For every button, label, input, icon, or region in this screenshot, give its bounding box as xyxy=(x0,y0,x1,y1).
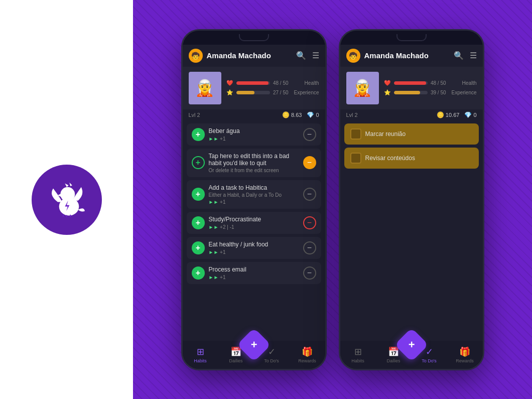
rewards-nav-label-1: Rewards xyxy=(298,358,316,363)
habit-item-4: + Study/Procrastinate ►► +2 | -1 − xyxy=(187,212,321,234)
habit-minus-btn-5[interactable]: − xyxy=(303,241,316,254)
habit-item-6: + Process email ►► +1 − xyxy=(187,262,321,284)
health-value-2: 48 / 50 xyxy=(431,80,446,86)
habit-title-6: Process email xyxy=(209,266,299,273)
habit-content-6: Process email ►► +1 xyxy=(209,266,299,280)
habits-nav-label-1: Habits xyxy=(194,358,207,363)
habit-plus-btn-1[interactable]: + xyxy=(192,128,205,141)
avatar-1: 🧒 xyxy=(189,49,203,63)
exp-label-2: Experience xyxy=(449,90,477,95)
habit-minus-btn-3[interactable]: − xyxy=(303,188,316,201)
habit-subtitle-2: Or delete it from the edit screen xyxy=(209,168,299,173)
nav-rewards-2[interactable]: 🎁 Rewards xyxy=(447,346,483,363)
health-bar-1 xyxy=(236,81,270,85)
habit-title-2: Tap here to edit this into a bad habit y… xyxy=(209,153,299,167)
health-icon-2: ❤️ xyxy=(384,80,391,86)
app-header-2: 🧒 Amanda Machado 🔍 ☰ xyxy=(340,45,483,67)
header-icons-2: 🔍 ☰ xyxy=(454,51,477,60)
habit-streaks-5: ►► +1 xyxy=(209,249,299,255)
todos-nav-icon-1: ✓ xyxy=(268,346,276,357)
health-label-2: Health xyxy=(449,80,477,86)
app-header-1: 🧒 Amanda Machado 🔍 ☰ xyxy=(183,45,325,67)
gold-display-1: 🪙 8.63 xyxy=(282,111,302,118)
character-sprite-2: 🧝 xyxy=(346,72,379,104)
habit-content-4: Study/Procrastinate ►► +2 | -1 xyxy=(209,216,299,230)
habit-title-3: Add a task to Habitica xyxy=(209,184,299,191)
habit-plus-btn-3[interactable]: + xyxy=(192,188,205,201)
filter-icon-1[interactable]: ☰ xyxy=(312,51,319,60)
avatar-2: 🧒 xyxy=(346,49,360,63)
todo-checkbox-1[interactable] xyxy=(350,128,361,140)
phone-todos: 🧒 Amanda Machado 🔍 ☰ 🧝 ❤️ 48 / 50 xyxy=(339,29,484,370)
griffin-icon xyxy=(44,177,89,222)
todo-title-2: Revisar conteúdos xyxy=(365,155,415,162)
todo-title-1: Marcar reunião xyxy=(365,130,406,138)
habit-title-1: Beber água xyxy=(209,127,299,135)
habit-item-2: + Tap here to edit this into a bad habit… xyxy=(187,149,321,177)
health-row-1: ❤️ 48 / 50 Health xyxy=(226,80,319,86)
habit-content-5: Eat healthy / junk food ►► +1 xyxy=(209,241,299,255)
gem-display-1: 💎 0 xyxy=(307,111,319,118)
habit-content-2: Tap here to edit this into a bad habit y… xyxy=(209,153,299,173)
habit-plus-btn-6[interactable]: + xyxy=(192,267,205,280)
gold-display-2: 🪙 10.67 xyxy=(437,111,460,118)
stats-area-2: ❤️ 48 / 50 Health ⭐ 39 / 50 Experien xyxy=(384,80,477,96)
exp-icon-1: ⭐ xyxy=(226,89,233,96)
habit-minus-btn-4[interactable]: − xyxy=(303,216,316,229)
todos-nav-icon-2: ✓ xyxy=(426,346,433,357)
exp-value-2: 39 / 50 xyxy=(431,90,446,95)
phone-notch-2 xyxy=(396,34,427,41)
svg-marker-3 xyxy=(65,183,68,187)
stats-area-1: ❤️ 48 / 50 Health ⭐ 27 / 50 Experien xyxy=(226,80,319,96)
exp-row-2: ⭐ 39 / 50 Experience xyxy=(384,89,477,96)
fab-plus-icon-1: + xyxy=(250,339,257,350)
nav-rewards-1[interactable]: 🎁 Rewards xyxy=(290,346,325,363)
habit-plus-btn-4[interactable]: + xyxy=(192,216,205,229)
gem-icon-2: 💎 xyxy=(464,111,472,118)
svg-marker-4 xyxy=(69,182,72,186)
todos-nav-label-1: To Do's xyxy=(264,358,279,363)
habit-plus-btn-2[interactable]: + xyxy=(192,156,205,169)
habit-minus-btn-2[interactable]: − xyxy=(303,156,316,169)
exp-icon-2: ⭐ xyxy=(384,89,391,96)
exp-bar-1 xyxy=(236,91,270,94)
habits-content-1: + Beber água ►► +1 − + Tap here to edit … xyxy=(183,120,325,341)
right-panel: 🧒 Amanda Machado 🔍 ☰ 🧝 ❤️ 48 / 50 xyxy=(133,0,532,399)
habits-nav-icon-2: ⊞ xyxy=(354,346,362,357)
rewards-nav-label-2: Rewards xyxy=(456,358,474,363)
habit-plus-btn-5[interactable]: + xyxy=(192,241,205,254)
habits-nav-label-2: Habits xyxy=(351,358,364,363)
habit-item-5: + Eat healthy / junk food ►► +1 − xyxy=(187,237,321,259)
gem-display-2: 💎 0 xyxy=(464,111,476,118)
currency-area-1: 🪙 8.63 💎 0 xyxy=(282,111,319,118)
level-row-2: Lvl 2 🪙 10.67 💎 0 xyxy=(340,109,483,120)
habit-title-4: Study/Procrastinate xyxy=(209,216,299,223)
gold-icon-1: 🪙 xyxy=(282,111,290,118)
phone-notch-bar-2 xyxy=(340,31,483,45)
search-icon-2[interactable]: 🔍 xyxy=(454,51,464,60)
phone-notch-bar-1 xyxy=(183,31,325,45)
habit-item-1: + Beber água ►► +1 − xyxy=(187,123,321,146)
gold-icon-2: 🪙 xyxy=(437,111,444,118)
health-bar-2 xyxy=(394,81,428,85)
level-row-1: Lvl 2 🪙 8.63 💎 0 xyxy=(183,109,325,120)
left-panel xyxy=(0,0,133,399)
habit-minus-btn-6[interactable]: − xyxy=(303,267,316,280)
habit-subtitle-3: Either a Habit, a Daily or a To Do xyxy=(209,192,299,198)
rewards-nav-icon-1: 🎁 xyxy=(302,346,313,357)
nav-habits-1[interactable]: ⊞ Habits xyxy=(183,346,218,363)
habits-nav-icon-1: ⊞ xyxy=(197,346,204,357)
search-icon-1[interactable]: 🔍 xyxy=(296,51,306,60)
character-area-2: 🧝 ❤️ 48 / 50 Health ⭐ xyxy=(340,67,483,109)
habit-content-3: Add a task to Habitica Either a Habit, a… xyxy=(209,184,299,205)
svg-point-1 xyxy=(60,187,75,201)
health-row-2: ❤️ 48 / 50 Health xyxy=(384,80,477,86)
filter-icon-2[interactable]: ☰ xyxy=(470,51,477,60)
bottom-nav-2: ⊞ Habits 📅 Dailies + ✓ To Do's 🎁 Rewards xyxy=(340,341,483,369)
habit-minus-btn-1[interactable]: − xyxy=(303,128,316,141)
nav-habits-2[interactable]: ⊞ Habits xyxy=(340,346,376,363)
habit-title-5: Eat healthy / junk food xyxy=(209,241,299,248)
todo-checkbox-2[interactable] xyxy=(350,153,361,164)
phone-screen-2: 🧒 Amanda Machado 🔍 ☰ 🧝 ❤️ 48 / 50 xyxy=(340,45,483,369)
header-title-2: Amanda Machado xyxy=(364,51,450,60)
